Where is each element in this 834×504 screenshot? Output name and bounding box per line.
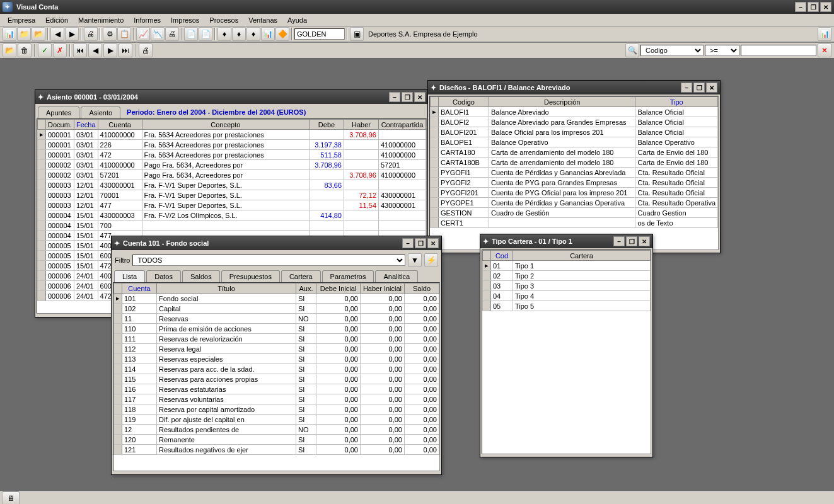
table-row[interactable]: 12Resultados pendientes deNO0,000,000,00 — [114, 425, 439, 435]
table-row[interactable]: PYGOPE1Cuenta de Pérdidas y Ganancias Op… — [431, 198, 718, 208]
table-row[interactable]: 02Tipo 2 — [483, 271, 651, 281]
filter-select[interactable]: TODOS — [132, 255, 405, 266]
table-row[interactable]: 110Prima de emisión de accionesSI0,000,0… — [114, 324, 439, 334]
table-row[interactable]: 11ReservasNO0,000,000,00 — [114, 314, 439, 324]
tool-button[interactable]: 📋 — [117, 27, 131, 41]
table-row[interactable]: 04Tipo 4 — [483, 291, 651, 301]
menu-mantenimiento[interactable]: Mantenimiento — [73, 15, 129, 25]
filter-clear-button[interactable]: ⚡ — [424, 253, 438, 267]
table-row[interactable]: 05Tipo 5 — [483, 301, 651, 311]
window-maximize[interactable]: ❐ — [402, 92, 413, 102]
menu-ventanas[interactable]: Ventanas — [243, 15, 282, 25]
cancel-button[interactable]: ✗ — [53, 43, 67, 57]
window-close[interactable]: ✕ — [414, 92, 426, 102]
clear-search-button[interactable]: ✕ — [818, 43, 831, 57]
tool-button[interactable]: ▶ — [65, 27, 79, 41]
menu-informes[interactable]: Informes — [129, 15, 166, 25]
window-titlebar[interactable]: ✦ Diseños - BALOFI1 / Balance Abreviado … — [428, 81, 720, 94]
table-row[interactable]: CARTA180Carta de arrendamiento del model… — [431, 147, 718, 158]
table-row[interactable]: BALOFI201Balace Oficial para los impreso… — [431, 127, 718, 137]
tab-saldos[interactable]: Saldos — [182, 270, 220, 282]
menu-ayuda[interactable]: Ayuda — [282, 15, 312, 25]
tool-button[interactable]: 📈 — [136, 27, 150, 41]
prev-button[interactable]: ◀ — [88, 43, 102, 57]
minimize-button[interactable]: – — [795, 2, 806, 12]
search-field-select[interactable]: Codigo — [640, 45, 704, 56]
cuenta-grid[interactable]: CuentaTítuloAux.Debe InicialHaber Inicia… — [113, 283, 439, 455]
company-button[interactable]: ▣ — [350, 27, 364, 41]
window-close[interactable]: ✕ — [639, 236, 650, 246]
last-button[interactable]: ⏭ — [119, 43, 132, 57]
window-maximize[interactable]: ❐ — [693, 83, 705, 93]
table-row[interactable]: 00000312/01477Fra. F-V/1 Super Deportes,… — [38, 200, 426, 210]
tab-presupuestos[interactable]: Presupuestos — [221, 270, 280, 282]
menu-impresos[interactable]: Impresos — [166, 15, 204, 25]
tool-button[interactable]: 📁 — [17, 27, 31, 41]
tool-button[interactable]: 🖨 — [165, 27, 179, 41]
tool-button[interactable]: 🔶 — [275, 27, 289, 41]
tool-button[interactable]: 📊 — [3, 27, 16, 41]
table-row[interactable]: 119Dif. por ajuste del capital enSI0,000… — [114, 415, 439, 425]
maximize-button[interactable]: ❐ — [808, 2, 819, 12]
window-minimize[interactable]: – — [402, 238, 414, 248]
tool-button[interactable]: 📊 — [261, 27, 275, 41]
search-icon[interactable]: 🔍 — [625, 43, 639, 57]
table-row[interactable]: 03Tipo 3 — [483, 281, 651, 291]
table-row[interactable]: PYGOFI2Cuenta de PYG para Grandes Empres… — [431, 178, 718, 188]
tool-button[interactable]: 📂 — [32, 27, 45, 41]
tool-button[interactable]: 📉 — [151, 27, 165, 41]
tool-button[interactable]: ♦ — [246, 27, 260, 41]
table-row[interactable]: 00000312/01430000001Fra. F-V/1 Super Dep… — [38, 180, 426, 190]
next-button[interactable]: ▶ — [103, 43, 117, 57]
table-row[interactable]: ▸BALOFI1Balance AbreviadoBalance Oficial — [431, 107, 718, 117]
table-row[interactable]: PYGOFI1Cuenta de Pérdidas y Ganancias Ab… — [431, 168, 718, 178]
table-row[interactable]: 121Resultados negativos de ejerSI0,000,0… — [114, 445, 439, 455]
window-maximize[interactable]: ❐ — [415, 238, 426, 248]
table-row[interactable]: 00000203/01410000000Pago Fra. 5634, Acre… — [38, 160, 426, 170]
table-row[interactable]: 112Reserva legalSI0,000,000,00 — [114, 344, 439, 354]
print-button[interactable]: 🖨 — [139, 43, 153, 57]
table-row[interactable]: CERT1os de Texto — [431, 218, 718, 228]
tab-parametros[interactable]: Parametros — [322, 270, 374, 282]
filter-apply-button[interactable]: ▼ — [408, 253, 422, 267]
table-row[interactable]: 102CapitalSI0,000,000,00 — [114, 304, 439, 314]
tab-cartera[interactable]: Cartera — [281, 270, 321, 282]
tool-button[interactable]: ♦ — [232, 27, 246, 41]
window-minimize[interactable]: – — [681, 83, 692, 93]
menu-edición[interactable]: Edición — [40, 15, 73, 25]
table-row[interactable]: 117Reservas voluntariasSI0,000,000,00 — [114, 394, 439, 404]
close-button[interactable]: ✕ — [820, 2, 831, 12]
exit-button[interactable]: 📊 — [818, 27, 831, 41]
table-row[interactable]: 113Reservas especialesSI0,000,000,00 — [114, 354, 439, 364]
tool-button[interactable]: 📄 — [184, 27, 198, 41]
table-row[interactable]: 00000312/0170001Fra. F-V/1 Super Deporte… — [38, 190, 426, 200]
table-row[interactable]: BALOFI2Balance Abreviado para Grandes Em… — [431, 117, 718, 127]
tab-apuntes[interactable]: Apuntes — [38, 106, 79, 118]
tool-button[interactable]: ♦ — [217, 27, 231, 41]
table-row[interactable]: ▸101Fondo socialSI0,000,000,00 — [114, 294, 439, 304]
delete-button[interactable]: 🗑 — [18, 43, 32, 57]
tab-lista[interactable]: Lista — [114, 270, 145, 282]
table-row[interactable]: PYGOFI201Cuenta de PYG Oficial para los … — [431, 188, 718, 198]
tool-button[interactable]: ◀ — [50, 27, 64, 41]
table-row[interactable]: GESTIONCuadro de GestiónCuadro Gestion — [431, 208, 718, 218]
tool-button[interactable]: 🖨 — [84, 27, 98, 41]
code-input[interactable] — [294, 28, 345, 40]
table-row[interactable]: 118Reserva por capital amortizadoSI0,000… — [114, 404, 439, 415]
window-maximize[interactable]: ❐ — [626, 236, 637, 246]
table-row[interactable]: 115Reservas para acciones propiasSI0,000… — [114, 374, 439, 384]
tab-datos[interactable]: Datos — [146, 270, 181, 282]
table-row[interactable]: CARTA180BCarta de arrendamiento del mode… — [431, 158, 718, 168]
table-row[interactable]: 00000415/01700 — [38, 220, 426, 231]
tool-button[interactable]: ⚙ — [103, 27, 117, 41]
table-row[interactable]: 00000415/01430000003Fra. F-V/2 Los Olímp… — [38, 210, 426, 220]
table-row[interactable]: 116Reservas estatutariasSI0,000,000,00 — [114, 384, 439, 394]
window-minimize[interactable]: – — [613, 236, 625, 246]
tab-asiento[interactable]: Asiento — [81, 106, 120, 118]
tool-button[interactable]: 📄 — [199, 27, 212, 41]
table-row[interactable]: 00000103/01472Fra. 5634 Acreedores por p… — [38, 150, 426, 160]
window-titlebar[interactable]: ✦ Cuenta 101 - Fondo social – ❐ ✕ — [112, 236, 441, 250]
first-button[interactable]: ⏮ — [73, 43, 87, 57]
table-row[interactable]: 00000203/0157201Pago Fra. 5634, Acreedor… — [38, 170, 426, 180]
window-titlebar[interactable]: ✦ Asiento 000001 - 03/01/2004 – ❐ ✕ — [35, 90, 428, 104]
